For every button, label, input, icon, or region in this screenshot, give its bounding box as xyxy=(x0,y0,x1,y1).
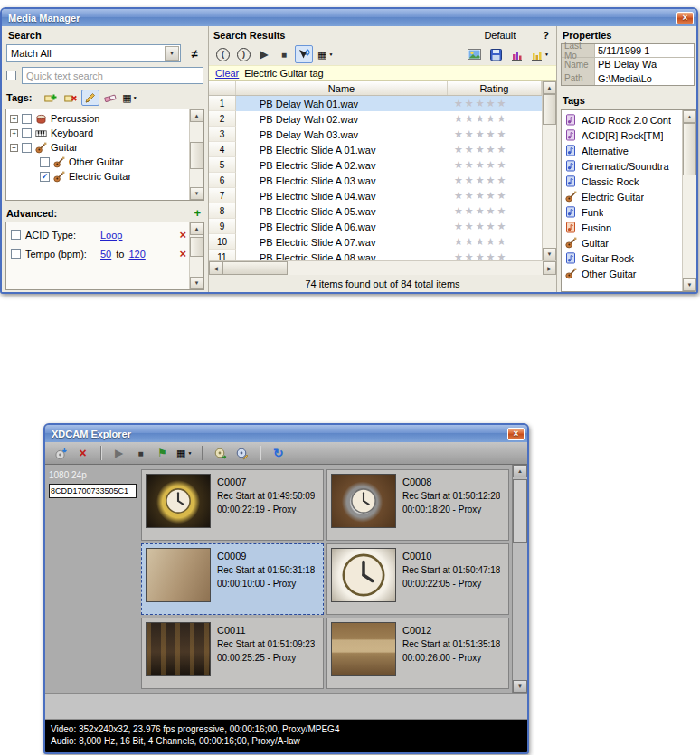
file-name[interactable]: PB Delay Wah 01.wav xyxy=(236,96,448,111)
result-row[interactable]: 5PB Electric Slide A 02.wav★★★★★ xyxy=(209,157,542,173)
tree-expander-icon[interactable]: − xyxy=(10,144,18,152)
scroll-up-icon[interactable]: ▲ xyxy=(683,110,696,123)
rating-stars[interactable]: ★★★★★ xyxy=(448,234,542,250)
scroll-down-icon[interactable]: ▼ xyxy=(543,248,556,260)
beatmap-button[interactable] xyxy=(507,45,525,63)
file-name[interactable]: PB Delay Wah 03.wav xyxy=(236,127,448,142)
clip-item[interactable]: C0009 Rec Start at 01:50:31:18 00:00:10:… xyxy=(141,543,324,615)
analyze-button[interactable]: ▼ xyxy=(528,45,552,63)
tree-expander-icon[interactable]: + xyxy=(10,115,18,123)
scroll-down-icon[interactable]: ▼ xyxy=(683,278,696,291)
auto-preview-button[interactable]: ⚑ xyxy=(153,444,172,462)
file-name[interactable]: PB Electric Slide A 08.wav xyxy=(236,250,448,260)
tag-list-item[interactable]: ACID Rock 2.0 Cont xyxy=(562,112,682,127)
rating-stars[interactable]: ★★★★★ xyxy=(448,188,542,203)
quick-search-checkbox[interactable] xyxy=(6,71,16,80)
tree-item-electric-guitar[interactable]: ✓Electric Guitar xyxy=(6,169,189,184)
remove-filter-icon[interactable]: × xyxy=(179,249,186,259)
row-number[interactable]: 6 xyxy=(209,173,236,188)
tag-list-item[interactable]: Guitar xyxy=(562,235,682,250)
erase-tag-icon[interactable] xyxy=(101,90,119,106)
scroll-up-icon[interactable]: ▲ xyxy=(513,465,527,477)
property-value[interactable]: G:\Media\Lo xyxy=(595,71,694,85)
remove-filter-icon[interactable]: × xyxy=(179,230,186,240)
close-icon[interactable]: × xyxy=(507,428,525,440)
result-row[interactable]: 1PB Delay Wah 01.wav★★★★★ xyxy=(209,96,542,111)
file-name[interactable]: PB Delay Wah 02.wav xyxy=(236,111,448,127)
chevron-down-icon[interactable]: ▼ xyxy=(165,46,179,61)
row-number[interactable]: 7 xyxy=(209,188,236,203)
play-button[interactable]: ▶ xyxy=(255,45,273,63)
row-number[interactable]: 9 xyxy=(209,219,236,234)
tag-list-item[interactable]: Guitar Rock xyxy=(562,250,682,266)
clip-item[interactable]: C0011 Rec Start at 01:51:09:23 00:00:25:… xyxy=(141,618,324,689)
filter-max-link[interactable]: 120 xyxy=(128,249,145,260)
tag-checkbox[interactable]: ✓ xyxy=(40,172,50,182)
tag-checkbox[interactable] xyxy=(22,114,32,124)
tag-list-item[interactable]: Alternative xyxy=(562,143,682,158)
clip-item[interactable]: C0008 Rec Start at 01:50:12:28 00:00:18:… xyxy=(326,469,509,541)
scroll-thumb[interactable] xyxy=(513,479,527,543)
file-name[interactable]: PB Electric Slide A 01.wav xyxy=(236,142,448,157)
scroll-down-icon[interactable]: ▼ xyxy=(190,187,203,200)
tag-view-icon[interactable]: ▦▼ xyxy=(121,90,139,106)
scroll-thumb[interactable] xyxy=(543,94,556,125)
disc-id[interactable]: 8CDD1700733505C1 xyxy=(49,484,137,498)
tree-item-guitar[interactable]: −Guitar xyxy=(6,140,189,155)
tag-list-item[interactable]: Other Guitar xyxy=(562,266,682,281)
rating-stars[interactable]: ★★★★★ xyxy=(448,203,542,219)
scroll-down-icon[interactable]: ▼ xyxy=(190,277,203,289)
filter-value-link[interactable]: Loop xyxy=(100,230,122,241)
row-number[interactable]: 11 xyxy=(209,250,236,260)
tag-list-item[interactable]: Electric Guitar xyxy=(562,189,682,204)
stop-button[interactable]: ■ xyxy=(131,444,150,462)
quick-search-input[interactable] xyxy=(22,67,203,84)
match-dropdown[interactable]: Match All ▼ xyxy=(6,44,181,62)
tag-checkbox[interactable] xyxy=(22,143,32,153)
clear-filter-link[interactable]: Clear xyxy=(215,68,239,79)
preview-start-button[interactable]: ( xyxy=(213,45,232,63)
rating-stars[interactable]: ★★★★★ xyxy=(448,219,542,234)
row-number-header[interactable] xyxy=(209,81,236,95)
clip-scrollbar[interactable]: ▲ ▼ xyxy=(512,465,527,693)
add-filter-icon[interactable]: + xyxy=(194,206,201,220)
save-to-media-button[interactable] xyxy=(465,45,484,63)
result-row[interactable]: 2PB Delay Wah 02.wav★★★★★ xyxy=(209,111,542,127)
help-button[interactable]: ? xyxy=(543,30,549,41)
scroll-thumb[interactable] xyxy=(190,142,203,169)
row-number[interactable]: 3 xyxy=(209,127,236,142)
preset-name[interactable]: Default xyxy=(484,30,516,41)
scroll-left-icon[interactable]: ◀ xyxy=(209,261,222,275)
result-row[interactable]: 4PB Electric Slide A 01.wav★★★★★ xyxy=(209,142,542,157)
tag-list-item[interactable]: Classic Rock xyxy=(562,174,682,189)
media-manager-titlebar[interactable]: Media Manager × xyxy=(2,9,696,26)
property-value[interactable]: PB Delay Wa xyxy=(595,58,694,71)
file-name[interactable]: PB Electric Slide A 06.wav xyxy=(236,219,448,234)
view-mode-button[interactable]: ▦▼ xyxy=(315,45,336,63)
clip-item[interactable]: C0010 Rec Start at 01:50:47:18 00:00:22:… xyxy=(326,543,509,615)
delete-clip-button[interactable]: × xyxy=(73,444,92,462)
play-button[interactable]: ▶ xyxy=(109,444,128,462)
scroll-thumb[interactable] xyxy=(683,123,696,175)
tag-list-item[interactable]: ACID[R] Rock[TM] xyxy=(562,127,682,143)
scroll-up-icon[interactable]: ▲ xyxy=(190,222,203,235)
import-disc-button[interactable] xyxy=(52,444,71,462)
tree-scrollbar[interactable]: ▲ ▼ xyxy=(189,109,203,200)
clip-item[interactable]: C0012 Rec Start at 01:51:35:18 00:00:26:… xyxy=(326,618,509,689)
result-row[interactable]: 10PB Electric Slide A 07.wav★★★★★ xyxy=(209,234,542,250)
tag-checkbox[interactable] xyxy=(22,128,32,138)
result-row[interactable]: 11PB Electric Slide A 08.wav★★★★★ xyxy=(209,250,542,260)
tree-item-other-guitar[interactable]: Other Guitar xyxy=(6,155,189,169)
advanced-scrollbar[interactable]: ▲ ▼ xyxy=(189,222,203,289)
file-name[interactable]: PB Electric Slide A 02.wav xyxy=(236,157,448,173)
result-row[interactable]: 7PB Electric Slide A 04.wav★★★★★ xyxy=(209,188,542,203)
file-name[interactable]: PB Electric Slide A 05.wav xyxy=(236,203,448,219)
file-name[interactable]: PB Electric Slide A 07.wav xyxy=(236,234,448,250)
rating-stars[interactable]: ★★★★★ xyxy=(448,250,542,260)
result-row[interactable]: 9PB Electric Slide A 06.wav★★★★★ xyxy=(209,219,542,234)
save-button[interactable] xyxy=(487,45,505,63)
scroll-thumb[interactable] xyxy=(190,237,203,257)
rating-stars[interactable]: ★★★★★ xyxy=(448,111,542,127)
export-clip-button[interactable] xyxy=(232,444,251,462)
row-number[interactable]: 8 xyxy=(209,203,236,219)
